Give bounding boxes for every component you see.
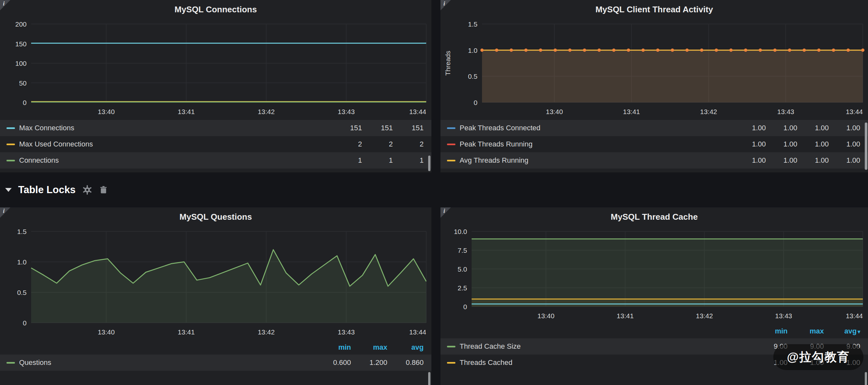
svg-text:5.0: 5.0 <box>458 266 467 273</box>
svg-text:0: 0 <box>23 319 27 327</box>
info-icon[interactable]: i <box>443 208 445 214</box>
legend-label[interactable]: Avg Threads Running <box>460 156 528 165</box>
chart-area: 05010015020013:4013:4113:4213:4313:44 <box>0 19 431 119</box>
legend-label[interactable]: Threads Cached <box>460 358 513 367</box>
legend-value: 1.00 <box>766 124 797 132</box>
series-color-swatch <box>447 362 456 363</box>
legend-header-max[interactable]: max <box>787 327 824 336</box>
mysql-questions-chart[interactable]: 00.51.01.513:4013:4113:4213:4313:44 <box>1 226 430 340</box>
legend-header-min[interactable]: min <box>751 327 787 336</box>
panel-info-corner[interactable] <box>440 0 451 10</box>
svg-text:13:43: 13:43 <box>775 312 793 319</box>
watermark: @拉勾教育 <box>773 344 864 370</box>
panel-mysql-connections: i MySQL Connections 05010015020013:4013:… <box>0 0 431 172</box>
legend-value: 151 <box>362 124 393 132</box>
legend-header-avg[interactable]: avg▾ <box>824 327 860 336</box>
svg-text:13:40: 13:40 <box>537 312 555 319</box>
legend-value: 1 <box>331 156 362 165</box>
dashboard-row-top: i MySQL Connections 05010015020013:4013:… <box>0 0 868 172</box>
panel-scrollbar[interactable] <box>428 155 430 171</box>
mysql-connections-chart[interactable]: 05010015020013:4013:4113:4213:4313:44 <box>1 19 430 119</box>
svg-text:13:40: 13:40 <box>98 328 115 336</box>
legend-value: 1.00 <box>766 140 797 148</box>
legend-header-row: min max avg▾ <box>440 324 868 338</box>
svg-text:13:41: 13:41 <box>178 328 195 336</box>
row-title[interactable]: Table Locks <box>18 184 75 196</box>
svg-text:0.5: 0.5 <box>17 289 27 296</box>
mysql-thread-cache-chart[interactable]: 02.55.07.510.013:4013:4113:4213:4313:44 <box>442 226 867 323</box>
row-settings-button[interactable] <box>82 185 92 195</box>
legend-value: 2 <box>331 140 362 148</box>
legend-value: 2 <box>393 140 424 148</box>
series-color-swatch <box>6 127 15 129</box>
panel-info-corner[interactable] <box>0 207 10 218</box>
legend-value: 1 <box>362 156 393 165</box>
legend-value: 1 <box>393 156 424 165</box>
legend-value: 1.00 <box>797 156 829 165</box>
panel-info-corner[interactable] <box>440 207 451 218</box>
legend-item: Max Used Connections 2 2 2 <box>0 136 431 152</box>
panel-title[interactable]: MySQL Questions <box>0 207 431 226</box>
gear-icon <box>82 185 92 195</box>
legend-value: 2 <box>362 140 393 148</box>
legend-value: 1.00 <box>734 156 766 165</box>
legend-value: 1.00 <box>829 124 860 132</box>
svg-text:13:42: 13:42 <box>700 108 717 115</box>
svg-text:13:42: 13:42 <box>257 108 275 115</box>
legend-label[interactable]: Max Connections <box>19 124 74 132</box>
legend-value-avg: 0.860 <box>387 358 424 367</box>
chart-area: 00.51.01.513:4013:4113:4213:4313:44Threa… <box>440 19 868 119</box>
legend-label[interactable]: Peak Threads Running <box>460 140 533 148</box>
svg-text:10.0: 10.0 <box>454 228 467 235</box>
legend-header-min[interactable]: min <box>315 343 351 352</box>
panel-scrollbar[interactable] <box>428 372 430 385</box>
legend-value-max: 1.200 <box>351 358 387 367</box>
series-color-swatch <box>6 362 15 363</box>
trash-icon <box>99 185 108 195</box>
legend-header-max[interactable]: max <box>351 343 387 352</box>
row-header-table-locks: Table Locks <box>0 172 868 207</box>
legend-value: 151 <box>393 124 424 132</box>
svg-text:100: 100 <box>15 60 27 67</box>
svg-text:0.5: 0.5 <box>468 73 477 80</box>
svg-text:200: 200 <box>15 21 27 28</box>
row-delete-button[interactable] <box>99 185 108 195</box>
legend: Peak Threads Connected 1.00 1.00 1.00 1.… <box>440 120 868 169</box>
legend-item: Peak Threads Connected 1.00 1.00 1.00 1.… <box>440 120 868 136</box>
series-color-swatch <box>447 346 456 347</box>
legend-label[interactable]: Connections <box>19 156 59 165</box>
legend-value: 1.00 <box>766 156 797 165</box>
svg-text:13:40: 13:40 <box>98 108 115 115</box>
legend-item: Max Connections 151 151 151 <box>0 120 431 136</box>
panel-info-corner[interactable] <box>0 0 10 10</box>
panel-title[interactable]: MySQL Thread Cache <box>440 207 868 226</box>
legend-label[interactable]: Max Used Connections <box>19 140 93 148</box>
series-color-swatch <box>447 127 456 129</box>
svg-text:50: 50 <box>19 79 27 87</box>
panel-scrollbar[interactable] <box>865 372 867 385</box>
legend-label[interactable]: Thread Cache Size <box>460 342 521 351</box>
legend-label[interactable]: Peak Threads Connected <box>460 124 540 132</box>
info-icon[interactable]: i <box>3 0 4 6</box>
legend-label[interactable]: Questions <box>19 358 51 367</box>
info-icon[interactable]: i <box>3 208 4 214</box>
panel-title[interactable]: MySQL Client Thread Activity <box>440 0 868 19</box>
sort-caret-icon: ▾ <box>858 329 860 335</box>
mysql-client-thread-activity-chart[interactable]: 00.51.01.513:4013:4113:4213:4313:44Threa… <box>442 19 867 119</box>
svg-text:0: 0 <box>23 99 27 106</box>
collapse-chevron-icon[interactable] <box>5 188 12 192</box>
svg-text:13:42: 13:42 <box>696 312 713 319</box>
page-scrollbar[interactable] <box>865 123 867 170</box>
panel-title[interactable]: MySQL Connections <box>0 0 431 19</box>
legend-value: 1.00 <box>829 140 860 148</box>
svg-text:1.5: 1.5 <box>468 21 477 28</box>
legend-header-avg[interactable]: avg <box>387 343 424 352</box>
legend: min max avg Questions 0.600 1.200 0.860 <box>0 340 431 371</box>
legend-value: 1.00 <box>797 140 829 148</box>
legend-value: 1.00 <box>734 124 766 132</box>
info-icon[interactable]: i <box>443 0 445 6</box>
chart-area: 02.55.07.510.013:4013:4113:4213:4313:44 <box>440 226 868 323</box>
legend-value: 1.00 <box>829 156 860 165</box>
svg-text:Threads: Threads <box>444 50 452 75</box>
svg-text:13:40: 13:40 <box>546 108 563 115</box>
